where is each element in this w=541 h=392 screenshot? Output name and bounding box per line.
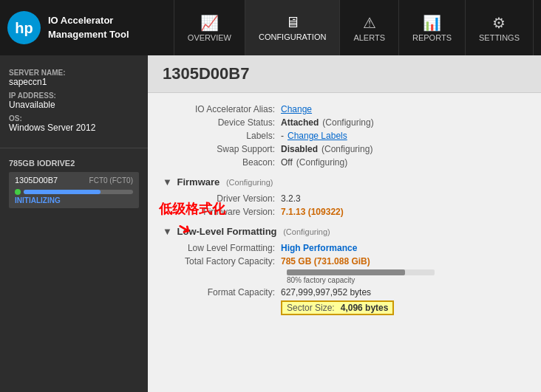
alerts-icon: ⚠ xyxy=(363,14,376,32)
sector-label: Sector Size: xyxy=(287,303,341,313)
sector-row: Sector Size: 4,096 bytes xyxy=(163,300,526,315)
device-group: 785GB IODRIVE2 1305D00B7 FCT0 (FCT0) INI… xyxy=(0,153,148,214)
labels-link[interactable]: Change Labels xyxy=(287,131,347,141)
sector-highlight: Sector Size: 4,096 bytes xyxy=(281,300,394,315)
beacon-label: Beacon: xyxy=(163,157,281,168)
lowlevel-info: Low Level Formatting: High Performance T… xyxy=(163,243,526,315)
server-name-value: sapeccn1 xyxy=(9,77,139,87)
server-info: SERVER NAME: sapeccn1 IP ADDRESS: Unavai… xyxy=(0,63,148,143)
capacity-bar-bg xyxy=(287,269,435,275)
device-status-row: Device Status: Attached (Configuring) xyxy=(163,117,526,128)
nav-configuration[interactable]: 🖥 CONFIGURATION xyxy=(245,0,340,55)
capacity-bar-fill xyxy=(287,269,405,275)
beacon-value: Off xyxy=(281,157,293,168)
format-label: Format Capacity: xyxy=(163,287,281,298)
format-value: 627,999,997,952 bytes xyxy=(281,287,371,298)
beacon-row: Beacon: Off (Configuring) xyxy=(163,157,526,168)
server-name-label: SERVER NAME: xyxy=(9,69,139,77)
overview-icon: 📈 xyxy=(200,14,219,32)
nav-settings[interactable]: ⚙ SETTINGS xyxy=(466,0,534,55)
content-title: 1305D00B7 xyxy=(163,64,526,83)
firmware-triangle-icon: ▼ xyxy=(163,176,172,188)
labels-row: Labels: - Change Labels xyxy=(163,131,526,141)
driver-value: 3.2.3 xyxy=(281,193,301,204)
formatting-label: Low Level Formatting: xyxy=(163,243,281,253)
reports-icon: 📊 xyxy=(423,14,441,32)
labels-dash: - xyxy=(281,131,284,141)
os-value: Windows Server 2012 xyxy=(9,123,139,133)
lowlevel-wrapper: 低级格式化 ➜ ▼ Low-Level Formatting (Configur… xyxy=(163,226,526,315)
factory-label: Total Factory Capacity: xyxy=(163,256,281,267)
sidebar: SERVER NAME: sapeccn1 IP ADDRESS: Unavai… xyxy=(0,55,148,392)
device-group-title: 785GB IODRIVE2 xyxy=(9,159,139,168)
device-name: 1305D00B7 xyxy=(15,176,58,185)
content-body: IO Accelerator Alias: Change Device Stat… xyxy=(148,93,541,335)
nav-alerts[interactable]: ⚠ ALERTS xyxy=(340,0,399,55)
content-header: 1305D00B7 xyxy=(148,55,541,93)
annotation-text: 低级格式化 xyxy=(159,200,225,218)
swap-value: Disabled xyxy=(281,144,318,154)
capacity-bar-container: 80% factory capacity xyxy=(287,269,526,284)
configuration-icon: 🖥 xyxy=(285,14,300,31)
sector-value: 4,096 bytes xyxy=(341,303,389,313)
alias-link[interactable]: Change xyxy=(281,104,312,114)
capacity-bar-label: 80% factory capacity xyxy=(287,276,526,284)
labels-label: Labels: xyxy=(163,131,281,141)
device-status-extra: (Configuring) xyxy=(322,117,373,128)
device-fct: FCT0 (FCT0) xyxy=(89,176,133,185)
device-status-init: INITIALIZING xyxy=(15,196,133,204)
ip-label: IP ADDRESS: xyxy=(9,92,139,100)
ip-value: Unavailable xyxy=(9,100,139,110)
formatting-row: Low Level Formatting: High Performance xyxy=(163,243,526,253)
basic-info: IO Accelerator Alias: Change Device Stat… xyxy=(163,104,526,168)
app-title: IO Accelerator Management Tool xyxy=(48,14,129,41)
content-area: 1305D00B7 IO Accelerator Alias: Change D… xyxy=(148,55,541,392)
swap-label: Swap Support: xyxy=(163,144,281,154)
device-status-value: Attached xyxy=(281,117,319,128)
beacon-extra: (Configuring) xyxy=(296,157,347,168)
hp-logo: hp xyxy=(7,11,41,44)
firmware-section-header[interactable]: ▼ Firmware (Configuring) xyxy=(163,176,526,188)
sidebar-divider xyxy=(0,148,148,148)
formatting-value: High Performance xyxy=(281,243,357,253)
alias-row: IO Accelerator Alias: Change xyxy=(163,104,526,114)
device-item[interactable]: 1305D00B7 FCT0 (FCT0) INITIALIZING xyxy=(9,172,139,208)
firmware-configuring: (Configuring) xyxy=(226,178,273,187)
alias-label: IO Accelerator Alias: xyxy=(163,104,281,114)
firmware-value: 7.1.13 (109322) xyxy=(281,207,344,217)
factory-value: 785 GB (731.088 GiB) xyxy=(281,256,370,267)
device-status-label: Device Status: xyxy=(163,117,281,128)
progress-bar-bg xyxy=(24,190,133,194)
lowlevel-triangle-icon: ▼ xyxy=(163,226,172,237)
nav-overview[interactable]: 📈 OVERVIEW xyxy=(174,0,245,55)
format-capacity-row: Format Capacity: 627,999,997,952 bytes xyxy=(163,287,526,298)
progress-bar-fill xyxy=(24,190,101,194)
svg-text:hp: hp xyxy=(15,20,33,36)
main-layout: SERVER NAME: sapeccn1 IP ADDRESS: Unavai… xyxy=(0,55,541,392)
status-dot xyxy=(15,189,21,195)
lowlevel-configuring: (Configuring) xyxy=(283,227,330,236)
factory-row: Total Factory Capacity: 785 GB (731.088 … xyxy=(163,256,526,267)
nav-bar: 📈 OVERVIEW 🖥 CONFIGURATION ⚠ ALERTS 📊 RE… xyxy=(144,0,534,55)
swap-row: Swap Support: Disabled (Configuring) xyxy=(163,144,526,154)
nav-reports[interactable]: 📊 REPORTS xyxy=(399,0,466,55)
settings-icon: ⚙ xyxy=(492,14,506,32)
swap-extra: (Configuring) xyxy=(321,144,372,154)
os-label: OS: xyxy=(9,114,139,123)
lowlevel-section-header[interactable]: ▼ Low-Level Formatting (Configuring) xyxy=(163,226,526,237)
app-header: hp IO Accelerator Management Tool 📈 OVER… xyxy=(0,0,541,55)
